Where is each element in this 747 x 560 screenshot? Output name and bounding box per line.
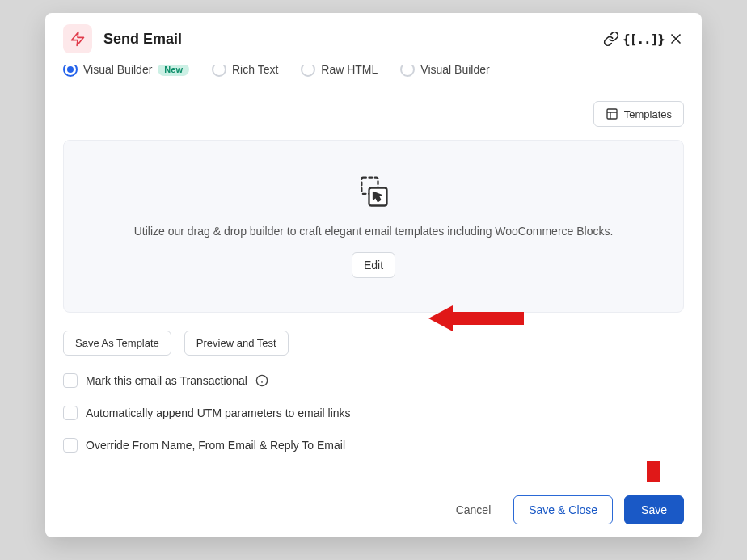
radio-ring: [400, 65, 415, 77]
radio-label: Raw HTML: [321, 65, 378, 76]
templates-button[interactable]: Templates: [593, 101, 684, 127]
utm-checkbox-row: Automatically append UTM parameters to e…: [63, 406, 684, 420]
info-icon[interactable]: [255, 374, 268, 387]
override-from-label: Override From Name, From Email & Reply T…: [86, 439, 345, 452]
action-type-icon: [63, 24, 92, 53]
svg-marker-13: [639, 461, 668, 482]
secondary-actions: Save As Template Preview and Test: [63, 331, 684, 356]
radio-visual-builder[interactable]: Visual Builder New: [63, 65, 189, 77]
send-email-modal: Send Email {[..]} Visual Builder New Ric…: [45, 13, 702, 537]
transactional-checkbox-row: Mark this email as Transactional: [63, 373, 684, 388]
cancel-label: Cancel: [456, 503, 492, 516]
editor-type-radios: Visual Builder New Rich Text Raw HTML Vi…: [63, 65, 684, 77]
header-actions: {[..]}: [603, 31, 684, 47]
save-as-template-button[interactable]: Save As Template: [63, 331, 171, 356]
utm-checkbox[interactable]: [63, 406, 78, 420]
builder-description: Utilize our drag & drop builder to craft…: [80, 225, 667, 238]
save-and-close-label: Save & Close: [529, 503, 597, 516]
radio-raw-html[interactable]: Raw HTML: [301, 65, 378, 77]
radio-label: Rich Text: [232, 65, 278, 76]
modal-header: Send Email {[..]}: [45, 13, 702, 65]
templates-row: Templates: [63, 101, 684, 127]
edit-label: Edit: [364, 259, 383, 272]
builder-drag-icon: [356, 175, 391, 210]
edit-button[interactable]: Edit: [352, 252, 395, 278]
close-icon[interactable]: [668, 31, 684, 47]
save-label: Save: [641, 503, 667, 516]
radio-ring: [63, 65, 78, 77]
new-badge: New: [158, 65, 189, 76]
svg-rect-3: [607, 109, 617, 119]
override-from-checkbox-row: Override From Name, From Email & Reply T…: [63, 438, 684, 453]
link-icon[interactable]: [603, 31, 619, 47]
svg-marker-0: [72, 32, 84, 46]
radio-ring: [301, 65, 315, 77]
transactional-label: Mark this email as Transactional: [86, 374, 247, 387]
radio-rich-text[interactable]: Rich Text: [212, 65, 278, 77]
radio-label: Visual Builder: [83, 65, 152, 76]
modal-body: Visual Builder New Rich Text Raw HTML Vi…: [45, 65, 702, 482]
annotation-arrow-save: [635, 461, 671, 482]
radio-visual-builder-2[interactable]: Visual Builder: [400, 65, 489, 77]
templates-label: Templates: [624, 108, 672, 120]
radio-label: Visual Builder: [420, 65, 489, 76]
preview-and-test-label: Preview and Test: [196, 337, 276, 349]
modal-footer: Cancel Save & Close Save: [45, 482, 702, 537]
save-button[interactable]: Save: [624, 495, 684, 524]
radio-ring: [212, 65, 226, 77]
utm-label: Automatically append UTM parameters to e…: [86, 406, 351, 419]
cancel-button[interactable]: Cancel: [445, 496, 503, 524]
builder-panel: Utilize our drag & drop builder to craft…: [63, 140, 684, 313]
transactional-checkbox[interactable]: [63, 373, 78, 388]
save-and-close-button[interactable]: Save & Close: [513, 495, 613, 524]
save-as-template-label: Save As Template: [75, 337, 159, 349]
override-from-checkbox[interactable]: [63, 438, 78, 453]
smart-code-icon[interactable]: {[..]}: [635, 31, 652, 47]
preview-and-test-button[interactable]: Preview and Test: [184, 331, 289, 356]
modal-title: Send Email: [103, 31, 182, 48]
